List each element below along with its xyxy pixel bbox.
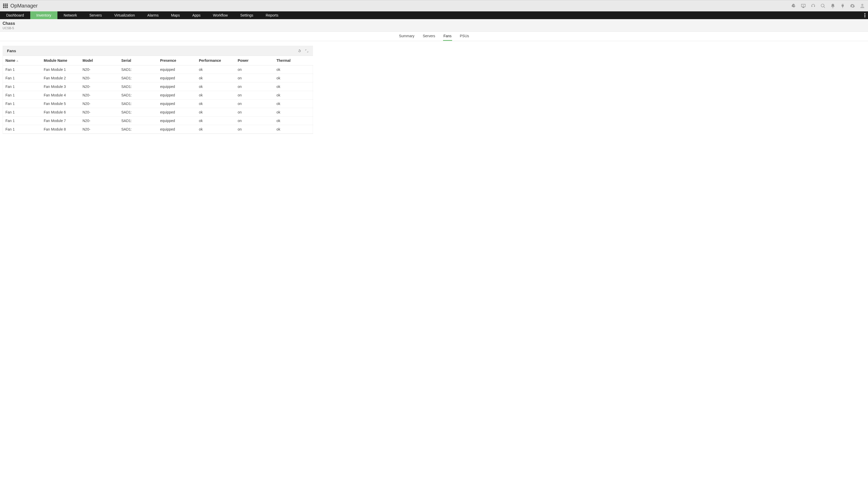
cell-model: N20-	[81, 74, 119, 83]
headset-icon[interactable]	[811, 3, 816, 8]
expand-icon[interactable]	[305, 49, 309, 53]
svg-point-1	[864, 15, 865, 16]
topbar-left: OpManager	[3, 3, 38, 9]
cell-module: Fan Module 4	[42, 91, 81, 100]
main-nav: Dashboard Inventory Network Servers Virt…	[0, 11, 868, 19]
nav-virtualization[interactable]: Virtualization	[108, 11, 141, 19]
nav-reports[interactable]: Reports	[259, 11, 284, 19]
cell-presence: equipped	[158, 74, 197, 83]
cell-presence: equipped	[158, 83, 197, 91]
cell-thermal: ok	[274, 83, 313, 91]
sub-tabs: Summary Servers Fans PSUs	[0, 32, 868, 41]
col-model[interactable]: Model	[81, 56, 119, 65]
table-row[interactable]: Fan 1Fan Module 4N20-SAD1:equippedokonok	[3, 91, 313, 100]
tab-servers[interactable]: Servers	[422, 32, 436, 41]
cell-power: on	[236, 74, 274, 83]
page-head: Chass UCSB-5	[0, 19, 868, 32]
cell-serial: SAD1:	[119, 74, 158, 83]
table-header-row: Name Module Name Model Serial Presence P…	[3, 56, 313, 65]
cell-serial: SAD1:	[119, 125, 158, 134]
cell-presence: equipped	[158, 100, 197, 108]
tab-fans[interactable]: Fans	[443, 32, 452, 41]
fans-table: Name Module Name Model Serial Presence P…	[3, 56, 313, 134]
cell-model: N20-	[81, 91, 119, 100]
cell-presence: equipped	[158, 125, 197, 134]
cell-power: on	[236, 83, 274, 91]
topbar-right	[791, 3, 865, 8]
cell-thermal: ok	[274, 125, 313, 134]
col-module-name[interactable]: Module Name	[42, 56, 81, 65]
nav-dashboard[interactable]: Dashboard	[0, 11, 30, 19]
cell-serial: SAD1:	[119, 117, 158, 125]
table-row[interactable]: Fan 1Fan Module 8N20-SAD1:equippedokonok	[3, 125, 313, 134]
cell-name: Fan 1	[3, 108, 42, 117]
cell-module: Fan Module 3	[42, 83, 81, 91]
col-performance[interactable]: Performance	[197, 56, 236, 65]
cell-presence: equipped	[158, 65, 197, 74]
nav-apps[interactable]: Apps	[186, 11, 207, 19]
nav-maps[interactable]: Maps	[165, 11, 186, 19]
nav-servers[interactable]: Servers	[83, 11, 108, 19]
cell-performance: ok	[197, 108, 236, 117]
table-row[interactable]: Fan 1Fan Module 1N20-SAD1:equippedokonok	[3, 65, 313, 74]
col-power[interactable]: Power	[236, 56, 274, 65]
cell-thermal: ok	[274, 100, 313, 108]
cell-thermal: ok	[274, 74, 313, 83]
nav-alarms[interactable]: Alarms	[141, 11, 165, 19]
nav-workflow[interactable]: Workflow	[207, 11, 234, 19]
user-icon[interactable]	[860, 3, 865, 8]
cell-name: Fan 1	[3, 91, 42, 100]
refresh-icon[interactable]	[298, 49, 301, 53]
svg-point-2	[864, 16, 865, 17]
cell-power: on	[236, 125, 274, 134]
table-row[interactable]: Fan 1Fan Module 3N20-SAD1:equippedokonok	[3, 83, 313, 91]
cell-name: Fan 1	[3, 100, 42, 108]
panel-tools	[298, 49, 309, 53]
search-icon[interactable]	[820, 3, 826, 8]
cell-serial: SAD1:	[119, 100, 158, 108]
tab-summary[interactable]: Summary	[398, 32, 415, 41]
col-presence[interactable]: Presence	[158, 56, 197, 65]
content-area: Fans Name Module Name Model S	[0, 41, 868, 134]
panel-title: Fans	[7, 48, 16, 53]
cell-model: N20-	[81, 125, 119, 134]
monitor-icon[interactable]	[801, 3, 806, 8]
nav-inventory[interactable]: Inventory	[30, 11, 58, 19]
cell-module: Fan Module 1	[42, 65, 81, 74]
cell-serial: SAD1:	[119, 83, 158, 91]
cell-thermal: ok	[274, 65, 313, 74]
plug-icon[interactable]	[840, 3, 845, 8]
cell-thermal: ok	[274, 117, 313, 125]
cell-performance: ok	[197, 125, 236, 134]
tab-psus[interactable]: PSUs	[459, 32, 470, 41]
cell-name: Fan 1	[3, 65, 42, 74]
cell-presence: equipped	[158, 91, 197, 100]
nav-more-icon[interactable]	[862, 11, 868, 19]
fans-panel: Fans Name Module Name Model S	[3, 46, 313, 134]
svg-point-0	[864, 13, 865, 14]
cell-model: N20-	[81, 65, 119, 74]
cell-power: on	[236, 91, 274, 100]
cell-module: Fan Module 8	[42, 125, 81, 134]
col-serial[interactable]: Serial	[119, 56, 158, 65]
col-name[interactable]: Name	[3, 56, 42, 65]
apps-grid-icon[interactable]	[3, 4, 8, 8]
rocket-icon[interactable]	[791, 3, 796, 8]
table-row[interactable]: Fan 1Fan Module 2N20-SAD1:equippedokonok	[3, 74, 313, 83]
cell-module: Fan Module 2	[42, 74, 81, 83]
cell-power: on	[236, 65, 274, 74]
bell-icon[interactable]	[830, 3, 835, 8]
nav-network[interactable]: Network	[57, 11, 83, 19]
table-row[interactable]: Fan 1Fan Module 5N20-SAD1:equippedokonok	[3, 100, 313, 108]
col-thermal[interactable]: Thermal	[274, 56, 313, 65]
nav-settings[interactable]: Settings	[234, 11, 260, 19]
table-row[interactable]: Fan 1Fan Module 7N20-SAD1:equippedokonok	[3, 117, 313, 125]
cell-module: Fan Module 7	[42, 117, 81, 125]
gear-icon[interactable]	[850, 3, 855, 8]
cell-model: N20-	[81, 83, 119, 91]
cell-performance: ok	[197, 100, 236, 108]
cell-name: Fan 1	[3, 117, 42, 125]
cell-serial: SAD1:	[119, 65, 158, 74]
table-row[interactable]: Fan 1Fan Module 6N20-SAD1:equippedokonok	[3, 108, 313, 117]
cell-serial: SAD1:	[119, 108, 158, 117]
